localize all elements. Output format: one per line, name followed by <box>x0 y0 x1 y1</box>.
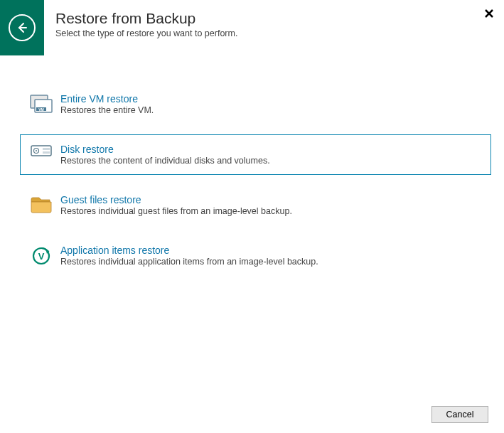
cancel-button[interactable]: Cancel <box>431 406 488 423</box>
option-title: Entire VM restore <box>60 93 154 105</box>
option-disk-restore[interactable]: Disk restore Restores the content of ind… <box>20 134 491 175</box>
svg-text:VM: VM <box>38 107 44 112</box>
back-button[interactable] <box>0 0 44 55</box>
svg-rect-11 <box>43 151 50 154</box>
back-arrow-icon <box>9 14 36 41</box>
close-button[interactable] <box>481 6 497 24</box>
option-title: Guest files restore <box>60 194 292 205</box>
footer: Cancel <box>431 406 488 423</box>
restore-options-list: VM Entire VM restore Restores the entire… <box>20 84 491 286</box>
option-title: Disk restore <box>60 144 270 155</box>
option-entire-vm-restore[interactable]: VM Entire VM restore Restores the entire… <box>20 84 491 124</box>
option-desc: Restores the entire VM. <box>60 105 154 115</box>
page-title: Restore from Backup <box>55 10 237 27</box>
option-desc: Restores the content of individual disks… <box>60 156 270 166</box>
option-desc: Restores individual application items fr… <box>60 257 318 267</box>
vm-icon: VM <box>28 95 55 114</box>
disk-icon <box>28 145 55 156</box>
page-subtitle: Select the type of restore you want to p… <box>55 28 237 38</box>
app-restore-icon: V <box>28 246 55 266</box>
svg-rect-10 <box>43 148 50 150</box>
option-title: Application items restore <box>60 245 318 256</box>
option-application-items-restore[interactable]: V Application items restore Restores ind… <box>20 235 491 276</box>
option-desc: Restores individual guest files from an … <box>60 206 292 216</box>
svg-point-9 <box>36 150 37 151</box>
folder-icon <box>28 196 55 214</box>
svg-text:V: V <box>38 251 45 262</box>
close-icon <box>484 9 494 18</box>
header: Restore from Backup Select the type of r… <box>0 0 504 55</box>
svg-rect-7 <box>31 146 51 156</box>
option-guest-files-restore[interactable]: Guest files restore Restores individual … <box>20 185 491 225</box>
